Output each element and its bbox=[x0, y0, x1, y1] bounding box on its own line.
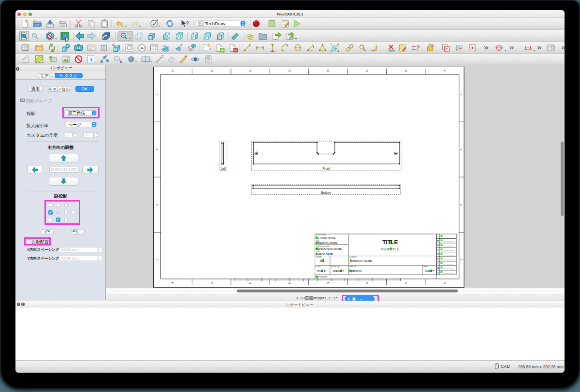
svg-text:AUTHOR NAME: AUTHOR NAME bbox=[316, 234, 326, 236]
svg-text:F: F bbox=[248, 282, 252, 284]
svg-text:TITLE: TITLE bbox=[382, 239, 398, 245]
svg-text:4: 4 bbox=[459, 93, 463, 95]
svg-text:B: B bbox=[404, 70, 407, 72]
svg-text:COMPANY NAME: COMPANY NAME bbox=[350, 260, 372, 262]
svg-text:Left: Left bbox=[221, 167, 226, 170]
svg-text:C: C bbox=[365, 282, 368, 284]
svg-text:WEIGHT: WEIGHT bbox=[333, 270, 344, 273]
svg-text:B: B bbox=[404, 282, 407, 284]
svg-text:G: G bbox=[437, 245, 439, 247]
svg-text:F: F bbox=[248, 70, 252, 72]
svg-text:WEIGHT (kg): WEIGHT (kg) bbox=[331, 266, 339, 268]
svg-text:B: B bbox=[437, 267, 439, 269]
svg-text:A3: A3 bbox=[319, 259, 324, 263]
svg-text:F: F bbox=[437, 249, 439, 251]
svg-text:H: H bbox=[171, 282, 174, 284]
svg-text:G: G bbox=[209, 70, 213, 72]
svg-text:SUPERVISOR NAME: SUPERVISOR NAME bbox=[316, 247, 342, 250]
svg-text:H: H bbox=[437, 240, 439, 242]
svg-text:D: D bbox=[326, 70, 330, 72]
svg-text:E: E bbox=[287, 70, 290, 72]
svg-text:1: 1 bbox=[459, 259, 463, 261]
svg-text:VERSION: VERSION bbox=[349, 266, 356, 268]
svg-text:A: A bbox=[141, 46, 144, 50]
svg-text:G: G bbox=[209, 282, 213, 285]
svg-text:COMPANY: COMPANY bbox=[349, 256, 356, 258]
svg-text:I: I bbox=[438, 235, 438, 238]
svg-text:SUBTITLE: SUBTITLE bbox=[381, 247, 399, 251]
svg-text:TechDraw: TechDraw bbox=[205, 21, 225, 26]
svg-text:1: 1 bbox=[155, 259, 159, 261]
svg-text:?: ? bbox=[186, 20, 189, 26]
svg-text:3: 3 bbox=[459, 148, 463, 150]
svg-text:E: E bbox=[287, 282, 290, 284]
svg-text:SHEET: SHEET bbox=[425, 270, 434, 273]
svg-text:3: 3 bbox=[155, 148, 159, 150]
svg-text:FORMAT: FORMAT bbox=[316, 256, 322, 258]
svg-text:SCALE: SCALE bbox=[316, 266, 320, 268]
svg-text:SHEET: SHEET bbox=[423, 266, 428, 268]
svg-text:SCALE: SCALE bbox=[317, 270, 326, 273]
svg-text:COPYRIGHT: COPYRIGHT bbox=[315, 276, 327, 278]
svg-text:2: 2 bbox=[155, 204, 159, 206]
svg-text:CHECK DATE: CHECK DATE bbox=[316, 253, 333, 256]
svg-text:CREATION DATE: CREATION DATE bbox=[316, 242, 337, 245]
svg-text:4: 4 bbox=[155, 93, 159, 95]
svg-text:2: 2 bbox=[459, 204, 463, 206]
svg-text:C: C bbox=[365, 70, 368, 72]
svg-text:E: E bbox=[437, 253, 439, 256]
svg-text:VERSION: VERSION bbox=[349, 270, 361, 273]
svg-text:D: D bbox=[326, 282, 330, 284]
svg-text:H: H bbox=[171, 70, 174, 72]
svg-text:Front: Front bbox=[322, 167, 330, 170]
svg-text:AUTHOR NAME: AUTHOR NAME bbox=[316, 236, 336, 239]
svg-text:Bottom: Bottom bbox=[321, 191, 331, 194]
